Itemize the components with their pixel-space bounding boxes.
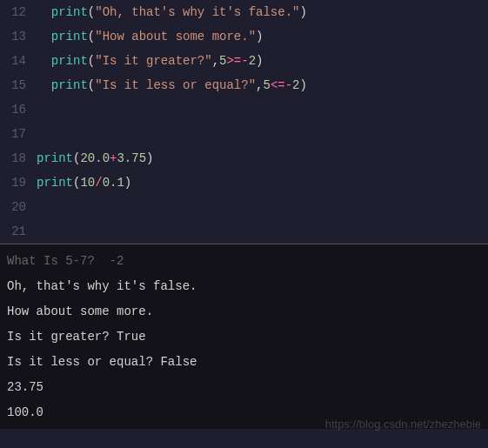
code-line[interactable]: 17 [0, 122, 488, 146]
code-line[interactable]: 16 [0, 97, 488, 122]
code-line[interactable]: 20 [0, 195, 488, 219]
code-content[interactable]: print("Oh, that's why it's false.") [37, 0, 307, 24]
code-line[interactable]: 15 print("Is it less or equal?",5<=-2) [0, 73, 488, 97]
terminal-line: 100.0 [7, 400, 481, 425]
code-editor[interactable]: 12 print("Oh, that's why it's false.")13… [0, 0, 488, 244]
terminal-line: Is it less or equal? False [7, 350, 481, 375]
line-number: 13 [0, 24, 37, 49]
terminal-line: Is it greater? True [7, 324, 481, 350]
code-line[interactable]: 19print(10/0.1) [0, 171, 488, 195]
line-number: 14 [0, 49, 37, 73]
line-number: 21 [0, 219, 37, 244]
code-line[interactable]: 13 print("How about some more.") [0, 24, 488, 49]
terminal-output[interactable]: What Is 5-7? -2Oh, that's why it's false… [0, 245, 488, 429]
code-line[interactable]: 18print(20.0+3.75) [0, 146, 488, 171]
line-number: 20 [0, 195, 37, 219]
code-content[interactable]: print("How about some more.") [37, 24, 263, 49]
code-line[interactable]: 14 print("Is it greater?",5>=-2) [0, 49, 488, 73]
terminal-line: Oh, that's why it's false. [7, 274, 481, 299]
terminal-line: 23.75 [7, 375, 481, 400]
line-number: 19 [0, 171, 37, 195]
code-content[interactable]: print(20.0+3.75) [37, 146, 153, 171]
line-number: 15 [0, 73, 37, 97]
line-number: 16 [0, 97, 37, 122]
line-number: 18 [0, 146, 37, 171]
line-number: 17 [0, 122, 37, 146]
code-content[interactable]: print("Is it greater?",5>=-2) [37, 49, 264, 73]
terminal-line: How about some more. [7, 299, 481, 324]
code-line[interactable]: 21 [0, 219, 488, 244]
code-content[interactable]: print("Is it less or equal?",5<=-2) [37, 73, 307, 97]
line-number: 12 [0, 0, 37, 24]
code-line[interactable]: 12 print("Oh, that's why it's false.") [0, 0, 488, 24]
code-content[interactable]: print(10/0.1) [37, 171, 131, 195]
terminal-line: What Is 5-7? -2 [7, 249, 481, 274]
